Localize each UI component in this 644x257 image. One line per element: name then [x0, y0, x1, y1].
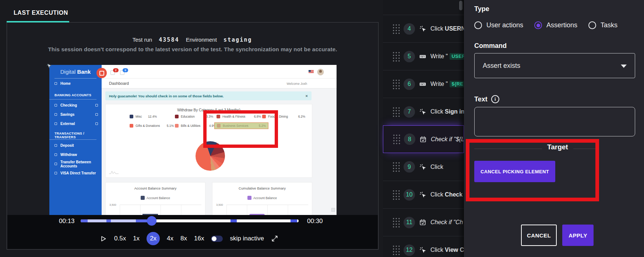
command-heading: Command	[474, 42, 507, 50]
step-row-12[interactable]: 12Click View C	[383, 236, 464, 257]
drag-handle-icon[interactable]	[392, 217, 400, 228]
step-number: 9	[404, 161, 415, 173]
sidebar-item-checking: Checking	[49, 101, 102, 110]
step-row-9[interactable]: 9Click	[383, 153, 464, 181]
speed-button-0.5x[interactable]: 0.5x	[114, 235, 126, 242]
fullscreen-icon[interactable]	[271, 235, 278, 242]
drag-handle-icon[interactable]	[392, 79, 400, 90]
execution-card: Test run 43584 Environment staging This …	[7, 22, 379, 250]
cursor-icon	[419, 108, 427, 116]
drag-handle-icon[interactable]	[392, 190, 400, 200]
app-root: LAST EXECUTION Test run 43584 Environmen…	[0, 0, 644, 257]
skip-inactive-label: skip inactive	[230, 235, 264, 242]
environment-label: Environment	[186, 37, 217, 43]
step-row-10[interactable]: 10Click Check	[383, 181, 464, 208]
skip-inactive-toggle[interactable]	[211, 236, 223, 242]
cancel-picking-element-button[interactable]: CANCEL PICKING ELEMENT	[474, 161, 555, 182]
keyboard-icon	[419, 80, 427, 88]
legend-item: Bills & Utilities4.9%	[175, 124, 216, 128]
drag-handle-icon[interactable]	[393, 134, 401, 145]
sidebar-item-home: Home	[49, 79, 102, 88]
bullet-icon	[95, 122, 98, 125]
progress-bar[interactable]	[81, 219, 299, 222]
command-select[interactable]: Assert exists	[474, 53, 635, 78]
step-row-11[interactable]: 11Check if "Ch	[383, 208, 464, 236]
info-icon[interactable]: i	[491, 95, 499, 103]
radio-assertions[interactable]: Assertions	[534, 21, 577, 29]
tab-last-execution[interactable]: LAST EXECUTION	[14, 10, 68, 16]
sidebar-item-external: External	[49, 119, 102, 128]
legend-swatch	[175, 124, 179, 128]
avatar	[317, 69, 324, 76]
cursor-icon	[419, 191, 427, 199]
sync-warning: This session doesn't correspond to the l…	[7, 46, 378, 52]
notification-badge-blue: 0	[123, 68, 128, 72]
test-run-label: Test run	[133, 37, 152, 43]
legend-swatch	[175, 115, 179, 118]
steps-list: 4Click USERN5Write " USER6Write " ${RE7C…	[383, 15, 464, 257]
assertion-text-input[interactable]	[474, 107, 635, 136]
drag-handle-icon[interactable]	[392, 107, 400, 117]
speed-button-1x[interactable]: 1x	[133, 235, 140, 242]
step-row-5[interactable]: 5Write " USER	[383, 42, 464, 70]
drag-handle-icon[interactable]	[392, 245, 400, 256]
step-row-8[interactable]: 8Check if "${L	[383, 125, 464, 153]
apply-button[interactable]: APPLY	[562, 225, 594, 246]
step-row-4[interactable]: 4Click USERN	[383, 15, 464, 42]
radio-tasks[interactable]: Tasks	[588, 21, 617, 29]
drag-handle-icon[interactable]	[392, 51, 400, 62]
radio-circle-icon	[588, 21, 596, 29]
text-heading-row: Text i	[474, 95, 499, 103]
speed-button-16x[interactable]: 16x	[194, 235, 204, 242]
video-player-bar: 00:13 00:30 0.5x1x2x4x8x16x skip inactiv…	[7, 215, 378, 249]
pie-chart	[196, 141, 225, 171]
legend-item: Business Services5.2%	[214, 122, 268, 129]
progress-marker	[230, 219, 237, 222]
bullet-icon	[54, 104, 57, 107]
language-flag-icon	[309, 70, 314, 73]
speed-button-4x[interactable]: 4x	[167, 235, 173, 242]
radio-circle-icon	[534, 21, 542, 29]
mini-scroll-mark	[331, 208, 335, 212]
step-number: 11	[404, 217, 415, 228]
step-number: 6	[404, 79, 415, 90]
mini-app-alert: Holy guacamole! You should check in on s…	[105, 91, 312, 100]
sidebar-item-transfer-between-accounts: Transfer Between Accounts	[49, 159, 102, 169]
drag-handle-icon[interactable]	[392, 24, 400, 34]
progress-marker	[291, 219, 297, 222]
chart-title: Withdraw By Category (Last 3 Months)	[106, 108, 312, 112]
bullet-icon	[54, 82, 57, 85]
legend-swatch	[130, 124, 133, 128]
cancel-button[interactable]: CANCEL	[521, 225, 557, 246]
brand-divider	[54, 78, 96, 79]
speed-button-2x[interactable]: 2x	[147, 232, 160, 245]
test-run-value: 43584	[159, 37, 179, 43]
bullet-icon	[54, 122, 57, 125]
sidebar-toggle-button	[96, 68, 107, 78]
legend-swatch	[130, 115, 133, 118]
bullet-icon	[54, 153, 57, 156]
cursor-icon	[419, 246, 427, 254]
bullet-icon	[54, 144, 57, 147]
radio-user-actions[interactable]: User actions	[474, 21, 523, 29]
check-icon	[419, 218, 427, 226]
sidebar-item-deposit: Deposit	[49, 141, 102, 150]
tab-active-indicator	[7, 21, 69, 22]
mini-app-sidebar: Digital Bank HomeBANKING ACCOUNTSCheckin…	[49, 65, 102, 215]
video-frame[interactable]: Digital Bank HomeBANKING ACCOUNTSCheckin…	[49, 65, 337, 215]
step-row-6[interactable]: 6Write " ${RE	[383, 70, 464, 98]
progress-handle[interactable]	[147, 216, 156, 226]
message-icon: 0	[120, 70, 124, 75]
speed-buttons: 0.5x1x2x4x8x16x	[114, 232, 204, 245]
player-controls: 0.5x1x2x4x8x16x skip inactive	[99, 232, 278, 245]
play-icon[interactable]	[99, 235, 107, 243]
legend-item: Misc12.4%	[130, 115, 157, 118]
page-title: Dashboard	[109, 81, 129, 86]
mini-app-topbar: 2 0	[102, 65, 337, 78]
sidebar-section-label: BANKING ACCOUNTS	[49, 91, 96, 100]
summary-title: Cumulative Balance Summary	[212, 186, 312, 190]
drag-handle-icon[interactable]	[392, 162, 400, 172]
speed-button-8x[interactable]: 8x	[180, 235, 187, 242]
step-row-7[interactable]: 7Click Sign in	[383, 98, 464, 125]
legend-swatch	[217, 124, 221, 128]
